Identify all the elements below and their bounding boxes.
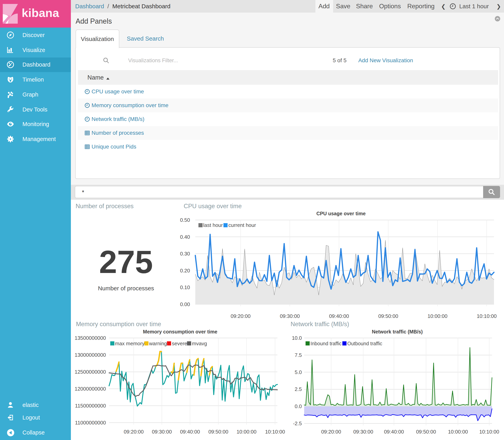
- svg-text:warning: warning: [149, 341, 167, 346]
- svg-text:13500000000: 13500000000: [75, 335, 106, 341]
- svg-text:-2.5: -2.5: [293, 421, 302, 426]
- svg-text:09:40:00: 09:40:00: [329, 313, 349, 319]
- svg-text:10:10:00: 10:10:00: [265, 429, 285, 435]
- svg-text:12000000000: 12000000000: [75, 386, 106, 392]
- svg-text:CPU usage over time: CPU usage over time: [316, 211, 366, 216]
- svg-text:10:10:00: 10:10:00: [479, 429, 499, 435]
- svg-text:0.10: 0.10: [180, 284, 190, 290]
- svg-text:Network traffic (MB/s): Network traffic (MB/s): [291, 321, 349, 328]
- svg-text:10.0: 10.0: [292, 335, 302, 341]
- svg-text:Outbound traffic: Outbound traffic: [347, 341, 382, 346]
- svg-text:Memory consumption over time: Memory consumption over time: [143, 329, 217, 334]
- svg-text:max memory: max memory: [115, 341, 145, 346]
- svg-text:Network traffic (MB/s): Network traffic (MB/s): [372, 329, 423, 334]
- svg-text:7.5: 7.5: [295, 352, 302, 358]
- svg-text:0.40: 0.40: [180, 234, 190, 240]
- svg-text:10:00:00: 10:00:00: [237, 429, 256, 435]
- svg-text:5.0: 5.0: [295, 369, 302, 375]
- svg-text:mvavg: mvavg: [192, 341, 207, 346]
- svg-text:09:20:00: 09:20:00: [124, 429, 144, 435]
- svg-text:0.50: 0.50: [180, 217, 190, 223]
- svg-text:09:40:00: 09:40:00: [384, 429, 404, 435]
- svg-text:09:20:00: 09:20:00: [231, 313, 251, 319]
- svg-text:10:00:00: 10:00:00: [427, 313, 447, 319]
- svg-text:10:10:00: 10:10:00: [477, 313, 497, 319]
- svg-text:12500000000: 12500000000: [75, 369, 106, 375]
- svg-text:last hour: last hour: [203, 222, 223, 228]
- svg-text:Inbound traffic: Inbound traffic: [310, 341, 342, 346]
- svg-text:09:30:00: 09:30:00: [353, 429, 373, 435]
- svg-text:11000000000: 11000000000: [75, 420, 106, 426]
- svg-text:09:20:00: 09:20:00: [321, 429, 341, 435]
- svg-text:09:50:00: 09:50:00: [208, 429, 228, 435]
- svg-text:09:50:00: 09:50:00: [416, 429, 436, 435]
- svg-text:current hour: current hour: [228, 222, 256, 228]
- svg-text:09:40:00: 09:40:00: [180, 429, 200, 435]
- svg-text:Number of processes: Number of processes: [98, 285, 154, 291]
- svg-text:2.5: 2.5: [295, 386, 302, 392]
- svg-text:0.30: 0.30: [180, 251, 190, 257]
- svg-text:09:30:00: 09:30:00: [152, 429, 172, 435]
- svg-text:severe: severe: [172, 341, 187, 346]
- svg-text:11500000000: 11500000000: [75, 403, 106, 409]
- svg-text:09:50:00: 09:50:00: [378, 313, 398, 319]
- svg-text:10:00:00: 10:00:00: [448, 429, 468, 435]
- svg-text:09:30:00: 09:30:00: [280, 313, 300, 319]
- svg-text:0.20: 0.20: [180, 268, 190, 274]
- svg-text:CPU usage over time: CPU usage over time: [184, 203, 242, 209]
- svg-text:Memory consumption over time: Memory consumption over time: [76, 321, 161, 328]
- svg-text:0.00: 0.00: [180, 301, 190, 307]
- svg-text:0.0: 0.0: [295, 403, 302, 409]
- svg-text:13000000000: 13000000000: [75, 352, 106, 358]
- svg-text:Number of processes: Number of processes: [76, 203, 134, 209]
- svg-text:275: 275: [99, 244, 153, 280]
